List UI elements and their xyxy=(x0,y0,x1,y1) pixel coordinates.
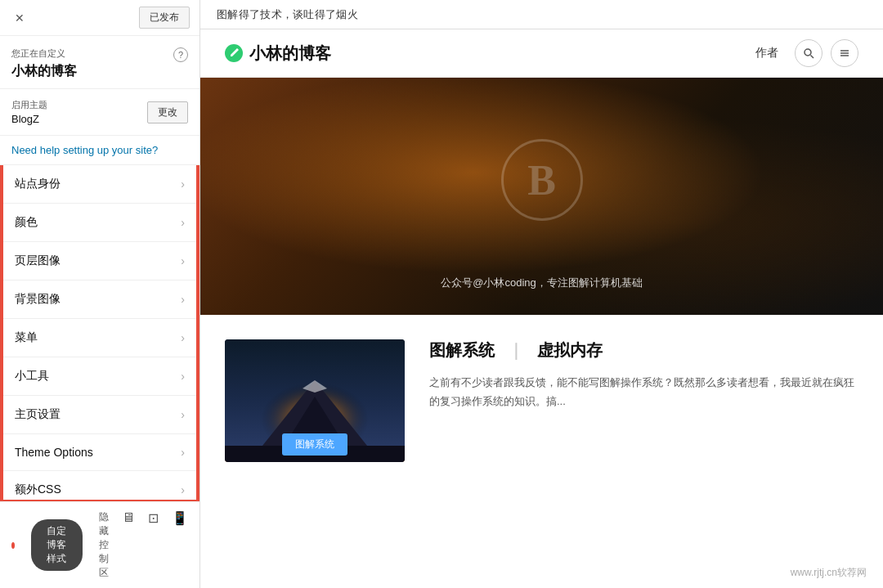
device-icons: 隐藏控制区 🖥 ⊡ 📱 xyxy=(99,510,188,580)
chevron-icon: › xyxy=(181,254,185,267)
blog-nav-icons xyxy=(795,39,858,67)
theme-options-label: Theme Options xyxy=(15,446,93,459)
post-body: 之前有不少读者跟我反馈，能不能写图解操作系统？既然那么多读者想看，我最近就在疯狂… xyxy=(429,373,858,411)
change-theme-button[interactable]: 更改 xyxy=(147,101,188,123)
nav-list-wrapper: 站点身份 › 颜色 › 页层图像 › 背景图像 › 菜单 › 小工具 › xyxy=(0,165,199,501)
chevron-icon: › xyxy=(181,293,185,306)
theme-info: 启用主题 BlogZ xyxy=(11,99,47,125)
menu-icon-button[interactable] xyxy=(831,39,858,67)
post-thumbnail: 图解系统 xyxy=(225,339,405,462)
custom-style-button[interactable]: 自定博客样式 xyxy=(31,519,83,571)
edit-icon xyxy=(227,47,240,60)
customizing-label: 您正在自定义 xyxy=(11,47,188,60)
hero-watermark: B xyxy=(501,139,583,221)
chevron-icon: › xyxy=(181,331,185,344)
post-title-left: 图解系统 xyxy=(429,339,495,361)
nav-item-menu[interactable]: 菜单 › xyxy=(3,319,196,357)
chevron-icon: › xyxy=(181,408,185,421)
panel-bottom: 自定博客样式 隐藏控制区 🖥 ⊡ 📱 xyxy=(0,501,199,588)
preview-top-bar: 图解得了技术，谈吐得了烟火 xyxy=(200,0,883,29)
site-tagline: 图解得了技术，谈吐得了烟火 xyxy=(217,7,358,22)
nav-item-color[interactable]: 颜色 › xyxy=(3,204,196,242)
svg-point-0 xyxy=(805,49,811,56)
post-title: 图解系统 ｜ 虚拟内存 xyxy=(429,339,858,361)
nav-link-author[interactable]: 作者 xyxy=(755,46,778,61)
blog-nav: 作者 xyxy=(755,39,858,67)
desktop-icon[interactable]: 🖥 xyxy=(122,510,135,580)
nav-item-site-identity[interactable]: 站点身份 › xyxy=(3,165,196,204)
blog-header: 小林的博客 作者 xyxy=(200,29,883,78)
search-icon xyxy=(803,47,814,59)
chevron-icon: › xyxy=(181,216,185,229)
published-button[interactable]: 已发布 xyxy=(139,7,190,29)
hamburger-icon xyxy=(839,47,850,59)
panel-top-bar: ✕ 已发布 xyxy=(0,0,199,36)
blog-logo-area: 小林的博客 xyxy=(225,43,331,65)
theme-section: 启用主题 BlogZ 更改 xyxy=(0,89,199,136)
post-title-separator: ｜ xyxy=(508,339,524,361)
help-icon[interactable]: ? xyxy=(173,47,188,62)
post-content: 图解系统 ｜ 虚拟内存 之前有不少读者跟我反馈，能不能写图解操作系统？既然那么多… xyxy=(429,339,858,462)
nav-item-widgets[interactable]: 小工具 › xyxy=(3,357,196,396)
blog-logo-icon xyxy=(225,44,243,62)
hide-controls-label[interactable]: 隐藏控制区 xyxy=(99,510,109,580)
nav-item-background[interactable]: 背景图像 › xyxy=(3,281,196,319)
close-button[interactable]: ✕ xyxy=(10,8,29,28)
content-section: 图解系统 图解系统 ｜ 虚拟内存 之前有不少读者跟我反馈，能不能写图解操作系统？… xyxy=(200,315,883,487)
customizer-panel: ✕ 已发布 您正在自定义 小林的博客 ? 启用主题 BlogZ 更改 Need … xyxy=(0,0,200,588)
svg-line-1 xyxy=(811,56,814,59)
hero-section: B 公众号@小林coding，专注图解计算机基础 xyxy=(200,78,883,315)
panel-header: 您正在自定义 小林的博客 ? xyxy=(0,36,199,89)
chevron-icon: › xyxy=(181,483,185,496)
mobile-icon[interactable]: 📱 xyxy=(172,510,188,580)
theme-name: BlogZ xyxy=(11,113,47,125)
bottom-watermark: www.rjtj.cn软荐网 xyxy=(791,566,867,580)
nav-item-extra-css[interactable]: 额外CSS › xyxy=(3,471,196,501)
post-thumbnail-overlay: 图解系统 xyxy=(225,427,405,462)
chevron-icon: › xyxy=(181,446,185,459)
search-icon-button[interactable] xyxy=(795,39,822,67)
blog-title: 小林的博客 xyxy=(249,43,331,65)
nav-item-theme-options[interactable]: Theme Options › xyxy=(3,434,196,471)
hero-subtitle: 公众号@小林coding，专注图解计算机基础 xyxy=(441,276,643,290)
post-thumbnail-button[interactable]: 图解系统 xyxy=(282,433,347,456)
dot-indicator xyxy=(11,542,15,549)
tablet-icon[interactable]: ⊡ xyxy=(148,510,159,580)
site-name: 小林的博客 xyxy=(11,63,188,80)
nav-list: 站点身份 › 颜色 › 页层图像 › 背景图像 › 菜单 › 小工具 › xyxy=(2,165,198,501)
nav-item-header-image[interactable]: 页层图像 › xyxy=(3,242,196,281)
post-title-right: 虚拟内存 xyxy=(537,339,603,361)
help-setup-link[interactable]: Need help setting up your site? xyxy=(0,136,199,165)
chevron-icon: › xyxy=(181,370,185,383)
nav-item-homepage[interactable]: 主页设置 › xyxy=(3,396,196,434)
chevron-icon: › xyxy=(181,177,185,191)
site-preview: 图解得了技术，谈吐得了烟火 小林的博客 作者 xyxy=(200,0,883,588)
theme-label: 启用主题 xyxy=(11,99,47,111)
